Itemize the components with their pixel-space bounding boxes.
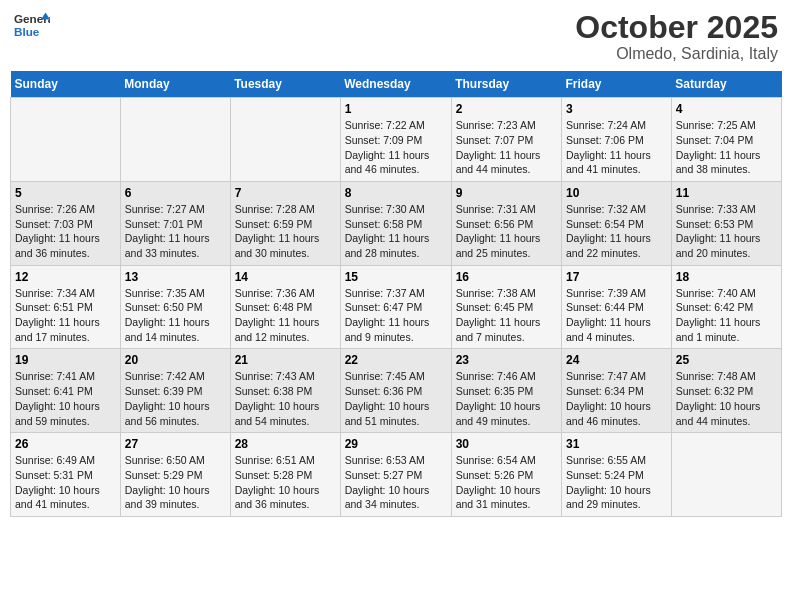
day-info: Sunrise: 7:48 AM Sunset: 6:32 PM Dayligh… — [676, 370, 761, 426]
day-info: Sunrise: 7:38 AM Sunset: 6:45 PM Dayligh… — [456, 287, 541, 343]
calendar-cell: 9Sunrise: 7:31 AM Sunset: 6:56 PM Daylig… — [451, 181, 561, 265]
calendar-cell: 1Sunrise: 7:22 AM Sunset: 7:09 PM Daylig… — [340, 98, 451, 182]
day-info: Sunrise: 7:25 AM Sunset: 7:04 PM Dayligh… — [676, 119, 761, 175]
weekday-header-cell: Wednesday — [340, 71, 451, 98]
calendar-cell: 8Sunrise: 7:30 AM Sunset: 6:58 PM Daylig… — [340, 181, 451, 265]
calendar-cell: 22Sunrise: 7:45 AM Sunset: 6:36 PM Dayli… — [340, 349, 451, 433]
weekday-header-cell: Monday — [120, 71, 230, 98]
day-number: 27 — [125, 437, 226, 451]
day-number: 23 — [456, 353, 557, 367]
day-info: Sunrise: 7:34 AM Sunset: 6:51 PM Dayligh… — [15, 287, 100, 343]
day-info: Sunrise: 7:37 AM Sunset: 6:47 PM Dayligh… — [345, 287, 430, 343]
calendar-week-row: 12Sunrise: 7:34 AM Sunset: 6:51 PM Dayli… — [11, 265, 782, 349]
weekday-header-cell: Tuesday — [230, 71, 340, 98]
day-number: 5 — [15, 186, 116, 200]
calendar-cell: 6Sunrise: 7:27 AM Sunset: 7:01 PM Daylig… — [120, 181, 230, 265]
day-info: Sunrise: 7:42 AM Sunset: 6:39 PM Dayligh… — [125, 370, 210, 426]
calendar-body: 1Sunrise: 7:22 AM Sunset: 7:09 PM Daylig… — [11, 98, 782, 517]
day-number: 22 — [345, 353, 447, 367]
calendar-cell: 7Sunrise: 7:28 AM Sunset: 6:59 PM Daylig… — [230, 181, 340, 265]
day-info: Sunrise: 6:55 AM Sunset: 5:24 PM Dayligh… — [566, 454, 651, 510]
calendar-cell: 2Sunrise: 7:23 AM Sunset: 7:07 PM Daylig… — [451, 98, 561, 182]
calendar-cell — [671, 433, 781, 517]
day-info: Sunrise: 7:23 AM Sunset: 7:07 PM Dayligh… — [456, 119, 541, 175]
calendar-cell: 30Sunrise: 6:54 AM Sunset: 5:26 PM Dayli… — [451, 433, 561, 517]
calendar-cell: 10Sunrise: 7:32 AM Sunset: 6:54 PM Dayli… — [562, 181, 672, 265]
day-info: Sunrise: 7:41 AM Sunset: 6:41 PM Dayligh… — [15, 370, 100, 426]
calendar-cell: 14Sunrise: 7:36 AM Sunset: 6:48 PM Dayli… — [230, 265, 340, 349]
day-info: Sunrise: 7:27 AM Sunset: 7:01 PM Dayligh… — [125, 203, 210, 259]
day-info: Sunrise: 7:43 AM Sunset: 6:38 PM Dayligh… — [235, 370, 320, 426]
calendar-cell: 29Sunrise: 6:53 AM Sunset: 5:27 PM Dayli… — [340, 433, 451, 517]
calendar-cell: 21Sunrise: 7:43 AM Sunset: 6:38 PM Dayli… — [230, 349, 340, 433]
day-number: 10 — [566, 186, 667, 200]
day-number: 16 — [456, 270, 557, 284]
day-number: 13 — [125, 270, 226, 284]
calendar-cell: 12Sunrise: 7:34 AM Sunset: 6:51 PM Dayli… — [11, 265, 121, 349]
calendar-week-row: 1Sunrise: 7:22 AM Sunset: 7:09 PM Daylig… — [11, 98, 782, 182]
calendar-cell: 3Sunrise: 7:24 AM Sunset: 7:06 PM Daylig… — [562, 98, 672, 182]
calendar-cell: 16Sunrise: 7:38 AM Sunset: 6:45 PM Dayli… — [451, 265, 561, 349]
day-info: Sunrise: 7:24 AM Sunset: 7:06 PM Dayligh… — [566, 119, 651, 175]
day-info: Sunrise: 7:33 AM Sunset: 6:53 PM Dayligh… — [676, 203, 761, 259]
day-info: Sunrise: 7:45 AM Sunset: 6:36 PM Dayligh… — [345, 370, 430, 426]
weekday-header-cell: Friday — [562, 71, 672, 98]
day-info: Sunrise: 7:30 AM Sunset: 6:58 PM Dayligh… — [345, 203, 430, 259]
day-info: Sunrise: 7:28 AM Sunset: 6:59 PM Dayligh… — [235, 203, 320, 259]
day-number: 25 — [676, 353, 777, 367]
day-info: Sunrise: 7:36 AM Sunset: 6:48 PM Dayligh… — [235, 287, 320, 343]
day-info: Sunrise: 7:26 AM Sunset: 7:03 PM Dayligh… — [15, 203, 100, 259]
day-number: 29 — [345, 437, 447, 451]
month-title: October 2025 — [575, 10, 778, 45]
calendar-cell: 24Sunrise: 7:47 AM Sunset: 6:34 PM Dayli… — [562, 349, 672, 433]
title-section: October 2025 Olmedo, Sardinia, Italy — [575, 10, 778, 63]
calendar-cell: 31Sunrise: 6:55 AM Sunset: 5:24 PM Dayli… — [562, 433, 672, 517]
day-info: Sunrise: 6:53 AM Sunset: 5:27 PM Dayligh… — [345, 454, 430, 510]
day-number: 15 — [345, 270, 447, 284]
calendar-week-row: 19Sunrise: 7:41 AM Sunset: 6:41 PM Dayli… — [11, 349, 782, 433]
weekday-header-cell: Saturday — [671, 71, 781, 98]
day-number: 9 — [456, 186, 557, 200]
day-number: 1 — [345, 102, 447, 116]
location-title: Olmedo, Sardinia, Italy — [575, 45, 778, 63]
calendar-cell: 27Sunrise: 6:50 AM Sunset: 5:29 PM Dayli… — [120, 433, 230, 517]
day-info: Sunrise: 6:50 AM Sunset: 5:29 PM Dayligh… — [125, 454, 210, 510]
calendar-week-row: 5Sunrise: 7:26 AM Sunset: 7:03 PM Daylig… — [11, 181, 782, 265]
day-number: 18 — [676, 270, 777, 284]
day-number: 3 — [566, 102, 667, 116]
day-number: 31 — [566, 437, 667, 451]
calendar-cell: 4Sunrise: 7:25 AM Sunset: 7:04 PM Daylig… — [671, 98, 781, 182]
calendar-cell: 23Sunrise: 7:46 AM Sunset: 6:35 PM Dayli… — [451, 349, 561, 433]
weekday-header-cell: Sunday — [11, 71, 121, 98]
logo: General Blue — [14, 10, 52, 40]
day-info: Sunrise: 7:22 AM Sunset: 7:09 PM Dayligh… — [345, 119, 430, 175]
day-number: 2 — [456, 102, 557, 116]
day-info: Sunrise: 7:40 AM Sunset: 6:42 PM Dayligh… — [676, 287, 761, 343]
day-info: Sunrise: 7:32 AM Sunset: 6:54 PM Dayligh… — [566, 203, 651, 259]
page-header: General Blue October 2025 Olmedo, Sardin… — [10, 10, 782, 63]
calendar-cell — [11, 98, 121, 182]
calendar-cell: 26Sunrise: 6:49 AM Sunset: 5:31 PM Dayli… — [11, 433, 121, 517]
logo-icon: General Blue — [14, 10, 50, 40]
calendar-cell: 25Sunrise: 7:48 AM Sunset: 6:32 PM Dayli… — [671, 349, 781, 433]
day-number: 17 — [566, 270, 667, 284]
calendar-cell — [230, 98, 340, 182]
day-number: 30 — [456, 437, 557, 451]
calendar-cell: 19Sunrise: 7:41 AM Sunset: 6:41 PM Dayli… — [11, 349, 121, 433]
calendar-cell: 17Sunrise: 7:39 AM Sunset: 6:44 PM Dayli… — [562, 265, 672, 349]
calendar-cell: 15Sunrise: 7:37 AM Sunset: 6:47 PM Dayli… — [340, 265, 451, 349]
day-info: Sunrise: 6:51 AM Sunset: 5:28 PM Dayligh… — [235, 454, 320, 510]
weekday-header-row: SundayMondayTuesdayWednesdayThursdayFrid… — [11, 71, 782, 98]
day-number: 19 — [15, 353, 116, 367]
calendar-cell — [120, 98, 230, 182]
calendar-cell: 28Sunrise: 6:51 AM Sunset: 5:28 PM Dayli… — [230, 433, 340, 517]
day-number: 14 — [235, 270, 336, 284]
day-info: Sunrise: 7:39 AM Sunset: 6:44 PM Dayligh… — [566, 287, 651, 343]
svg-text:Blue: Blue — [14, 25, 40, 38]
calendar-table: SundayMondayTuesdayWednesdayThursdayFrid… — [10, 71, 782, 517]
day-number: 26 — [15, 437, 116, 451]
day-info: Sunrise: 7:31 AM Sunset: 6:56 PM Dayligh… — [456, 203, 541, 259]
day-number: 28 — [235, 437, 336, 451]
day-info: Sunrise: 6:54 AM Sunset: 5:26 PM Dayligh… — [456, 454, 541, 510]
day-number: 8 — [345, 186, 447, 200]
